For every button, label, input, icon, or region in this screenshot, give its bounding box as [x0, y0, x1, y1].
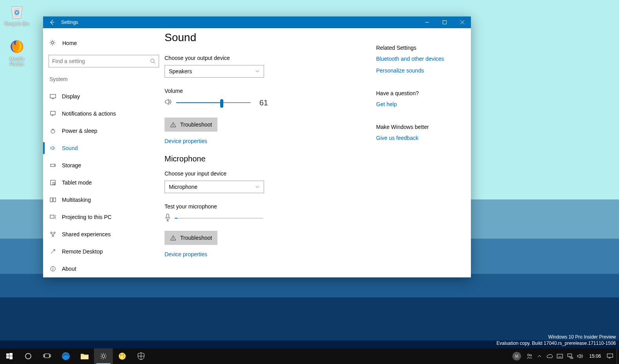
svg-line-8 [154, 62, 156, 64]
svg-rect-54 [568, 354, 572, 357]
taskbar-defender[interactable] [132, 348, 150, 364]
settings-sidebar: Home System Display Notifications & acti… [43, 28, 165, 277]
recycle-bin-icon [7, 2, 26, 21]
shared-icon [49, 231, 56, 238]
nav-display[interactable]: Display [49, 88, 159, 105]
svg-point-44 [120, 355, 121, 356]
troubleshoot-output-button[interactable]: Troubleshoot [165, 118, 217, 132]
svg-rect-18 [50, 198, 52, 202]
troubleshoot-input-button[interactable]: Troubleshoot [165, 231, 217, 245]
about-icon [49, 265, 56, 272]
firefox-icon [7, 37, 26, 56]
mic-test-label: Test your microphone [165, 203, 376, 210]
close-button[interactable] [453, 16, 471, 28]
back-button[interactable] [43, 16, 61, 28]
power-icon [49, 127, 56, 134]
svg-point-22 [54, 232, 55, 234]
volume-icon [577, 353, 583, 359]
svg-point-23 [52, 235, 54, 237]
section-label: System [49, 76, 159, 82]
search-input[interactable] [52, 58, 150, 64]
tray-network[interactable] [565, 348, 575, 364]
nav-projecting[interactable]: Projecting to this PC [49, 208, 159, 226]
tray-volume[interactable] [575, 348, 585, 364]
taskbar-file-explorer[interactable] [75, 348, 94, 364]
taskbar-people[interactable] [524, 348, 534, 364]
cortana-button[interactable] [19, 348, 38, 364]
svg-rect-38 [43, 355, 44, 357]
microphone-header: Microphone [165, 154, 376, 163]
svg-rect-57 [607, 354, 613, 357]
action-center-button[interactable] [605, 348, 615, 364]
tray-input[interactable] [555, 348, 565, 364]
output-device-dropdown[interactable]: Speakers [165, 65, 264, 78]
nav-multitasking[interactable]: Multitasking [49, 191, 159, 208]
maximize-button[interactable] [436, 16, 453, 28]
edge-icon [61, 351, 71, 361]
task-view-icon [43, 353, 51, 359]
related-link-personalize[interactable]: Personalize sounds [376, 67, 455, 74]
get-help-link[interactable]: Get help [376, 101, 455, 107]
related-link-bluetooth[interactable]: Bluetooth and other devices [376, 56, 455, 62]
task-view-button[interactable] [38, 348, 56, 364]
nav-remote[interactable]: Remote Desktop [49, 243, 159, 260]
minimize-button[interactable] [418, 16, 436, 28]
svg-point-26 [52, 267, 53, 268]
svg-point-46 [123, 357, 125, 358]
nav-power[interactable]: Power & sleep [49, 122, 159, 139]
home-button[interactable]: Home [49, 35, 159, 51]
svg-point-36 [25, 353, 31, 359]
svg-rect-35 [9, 356, 13, 359]
input-device-dropdown[interactable]: Microphone [165, 181, 264, 193]
taskbar-edge[interactable] [56, 348, 75, 364]
tray-chevron[interactable] [534, 348, 545, 364]
svg-rect-33 [9, 353, 13, 356]
mic-level-bar [175, 218, 263, 219]
svg-point-49 [527, 354, 529, 356]
desktop-icon-label: Mozilla Firefox [2, 57, 32, 67]
nav-storage[interactable]: Storage [49, 157, 159, 174]
window-title: Settings [61, 20, 78, 25]
nav-about[interactable]: About [49, 260, 159, 277]
input-device-properties-link[interactable]: Device properties [165, 251, 376, 257]
show-desktop-button[interactable] [617, 348, 619, 364]
taskbar: M 15:06 [0, 348, 619, 364]
svg-rect-37 [45, 354, 49, 358]
taskbar-people-avatar[interactable]: M [512, 352, 521, 360]
feedback-link[interactable]: Give us feedback [376, 135, 455, 141]
chevron-down-icon [255, 185, 260, 189]
nav-shared[interactable]: Shared experiences [49, 226, 159, 243]
related-settings-title: Related Settings [376, 45, 455, 51]
svg-rect-19 [53, 198, 56, 202]
start-button[interactable] [0, 348, 19, 364]
network-icon [567, 353, 573, 359]
svg-point-31 [173, 239, 174, 240]
sound-icon [49, 145, 56, 152]
nav-notifications[interactable]: Notifications & actions [49, 105, 159, 122]
svg-rect-34 [6, 356, 9, 359]
svg-point-7 [151, 59, 154, 63]
taskbar-settings[interactable] [94, 348, 113, 364]
gear-icon [100, 352, 107, 360]
svg-rect-9 [50, 94, 56, 98]
taskbar-clock[interactable]: 15:06 [585, 353, 605, 359]
tray-onedrive[interactable] [545, 348, 555, 364]
volume-slider[interactable] [176, 102, 251, 103]
output-device-properties-link[interactable]: Device properties [165, 138, 376, 144]
desktop-icon-firefox[interactable]: Mozilla Firefox [2, 37, 32, 67]
volume-value: 61 [259, 98, 268, 107]
search-box[interactable] [49, 55, 159, 67]
projecting-icon [49, 214, 56, 221]
svg-point-45 [123, 354, 124, 355]
window-titlebar[interactable]: Settings [43, 16, 471, 28]
desktop-icon-recycle-bin[interactable]: Recycle Bin [2, 2, 32, 27]
svg-rect-41 [81, 355, 89, 359]
speaker-icon[interactable] [165, 98, 172, 107]
nav-sound[interactable]: Sound [49, 139, 159, 157]
svg-point-50 [530, 355, 532, 356]
display-icon [49, 93, 56, 100]
desktop-icon-label: Recycle Bin [4, 22, 29, 27]
cloud-icon [547, 354, 553, 359]
nav-tablet[interactable]: Tablet mode [49, 174, 159, 191]
taskbar-paint[interactable] [113, 348, 132, 364]
